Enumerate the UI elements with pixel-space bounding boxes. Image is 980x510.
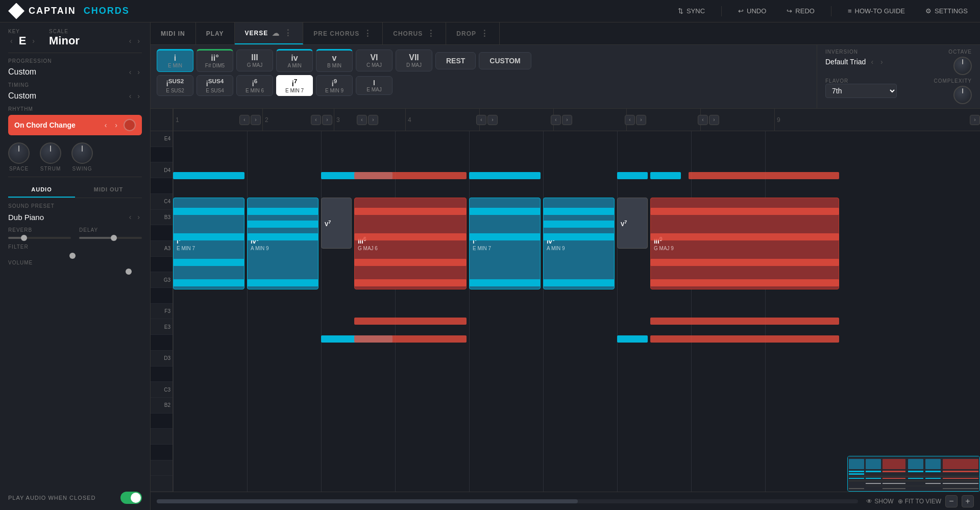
note-b7-b3[interactable] bbox=[650, 233, 839, 240]
note-b7-g3[interactable] bbox=[650, 259, 839, 266]
note-b1-d4[interactable] bbox=[173, 208, 244, 215]
play-audio-toggle[interactable] bbox=[120, 492, 142, 504]
rhythm-prev-button[interactable]: ‹ bbox=[103, 120, 109, 130]
nav-left-2[interactable]: ‹ bbox=[239, 115, 250, 125]
note-d4-1[interactable] bbox=[173, 172, 244, 179]
how-to-guide-button[interactable]: ≡ HOW-TO GUIDE bbox=[844, 5, 909, 17]
chord-btn-vi[interactable]: VI C MAJ bbox=[356, 50, 393, 71]
note-b3-b2[interactable] bbox=[354, 318, 467, 325]
nav-left-6[interactable]: ‹ bbox=[551, 115, 561, 125]
note-d4-7[interactable] bbox=[689, 172, 839, 179]
tab-play[interactable]: PLAY bbox=[196, 22, 235, 44]
scale-next-button[interactable]: › bbox=[135, 36, 142, 46]
note-b3-b3[interactable] bbox=[354, 233, 467, 240]
note-b2-d4[interactable] bbox=[247, 208, 318, 215]
tab-audio[interactable]: AUDIO bbox=[8, 182, 75, 198]
complexity-knob[interactable] bbox=[953, 86, 972, 104]
swing-knob[interactable] bbox=[71, 142, 93, 164]
nav-left-8[interactable]: ‹ bbox=[698, 115, 708, 125]
chorus-menu-button[interactable]: ⋮ bbox=[427, 29, 435, 38]
nav-right-5[interactable]: › bbox=[487, 115, 498, 125]
note-b1-g3[interactable] bbox=[173, 259, 244, 266]
note-d4-6b[interactable] bbox=[650, 172, 681, 179]
chord-btn-i[interactable]: i E MIN bbox=[157, 49, 193, 72]
key-next-button[interactable]: › bbox=[30, 36, 37, 46]
chord-btn-vii[interactable]: VII D MAJ bbox=[396, 50, 432, 71]
note-b5-b3[interactable] bbox=[469, 233, 541, 240]
note-b2-e3[interactable] bbox=[247, 279, 318, 286]
roll-right-arrow[interactable]: › bbox=[970, 115, 980, 125]
chord-btn-min7[interactable]: i7 E MIN 7 bbox=[276, 75, 313, 96]
tab-verse[interactable]: VERSE ☁ ⋮ bbox=[235, 22, 304, 44]
tab-chorus[interactable]: CHORUS ⋮ bbox=[383, 22, 446, 44]
note-d4-5[interactable] bbox=[469, 172, 541, 179]
tab-midi-in[interactable]: MIDI IN bbox=[151, 22, 196, 44]
settings-button[interactable]: ⚙ SETTINGS bbox=[921, 5, 972, 17]
preset-prev-button[interactable]: ‹ bbox=[127, 212, 134, 222]
chord-btn-sus4[interactable]: iSUS4 E SUS4 bbox=[197, 75, 233, 96]
verse-menu-button[interactable]: ⋮ bbox=[284, 28, 292, 38]
flavor-select[interactable]: 7th None 5th 9th 11th 13th bbox=[825, 84, 897, 98]
rhythm-next-button[interactable]: › bbox=[113, 120, 119, 130]
chord-btn-iii[interactable]: III G MAJ bbox=[236, 50, 273, 71]
horizontal-scrollbar[interactable] bbox=[157, 499, 858, 503]
nav-right-3[interactable]: › bbox=[322, 115, 332, 125]
tab-midi-out[interactable]: MIDI OUT bbox=[75, 182, 142, 198]
note-b6-d4[interactable] bbox=[543, 208, 615, 215]
progression-prev-button[interactable]: ‹ bbox=[127, 67, 134, 77]
chord-block-v7b[interactable]: V7 bbox=[617, 198, 648, 249]
custom-button[interactable]: CUSTOM bbox=[479, 52, 531, 69]
note-b2-b3[interactable] bbox=[247, 233, 318, 240]
nav-right-8[interactable]: › bbox=[709, 115, 719, 125]
chord-btn-min6[interactable]: i6 E MIN 6 bbox=[236, 75, 273, 96]
nav-left-4[interactable]: ‹ bbox=[357, 115, 367, 125]
chord-btn-min9[interactable]: i9 E MIN 9 bbox=[316, 75, 353, 96]
redo-button[interactable]: ↪ REDO bbox=[782, 5, 819, 17]
chord-btn-ii[interactable]: ii° F# DIM5 bbox=[197, 49, 233, 72]
note-b6-c4[interactable] bbox=[543, 221, 615, 228]
progression-next-button[interactable]: › bbox=[135, 67, 142, 77]
note-b5-d4[interactable] bbox=[469, 208, 541, 215]
drop-menu-button[interactable]: ⋮ bbox=[480, 29, 489, 38]
fit-to-view-button[interactable]: ⊕ FIT TO VIEW bbox=[898, 498, 941, 505]
note-d4-3[interactable] bbox=[354, 172, 467, 179]
zoom-out-button[interactable]: − bbox=[945, 495, 958, 507]
note-b7-b2[interactable] bbox=[650, 318, 839, 325]
scrollbar-thumb[interactable] bbox=[157, 499, 578, 503]
note-b2-3[interactable] bbox=[354, 335, 467, 343]
note-b6-b3[interactable] bbox=[543, 233, 615, 240]
timing-prev-button[interactable]: ‹ bbox=[127, 91, 134, 101]
rest-button[interactable]: REST bbox=[435, 52, 476, 69]
nav-left-3[interactable]: ‹ bbox=[311, 115, 321, 125]
tab-pre-chorus[interactable]: PRE CHORUS ⋮ bbox=[303, 22, 383, 44]
note-b5-e3[interactable] bbox=[469, 279, 541, 286]
note-b3-d4[interactable] bbox=[354, 208, 467, 215]
nav-right-6[interactable]: › bbox=[562, 115, 572, 125]
nav-right-7[interactable]: › bbox=[636, 115, 646, 125]
note-d4-6a[interactable] bbox=[617, 172, 648, 179]
note-b3-g3[interactable] bbox=[354, 259, 467, 266]
nav-right-4[interactable]: › bbox=[368, 115, 378, 125]
octave-knob[interactable] bbox=[953, 57, 972, 75]
show-button[interactable]: 👁 SHOW bbox=[866, 498, 893, 505]
preset-next-button[interactable]: › bbox=[135, 212, 142, 222]
chord-btn-iv[interactable]: iv A MIN bbox=[276, 49, 313, 72]
key-prev-button[interactable]: ‹ bbox=[8, 36, 15, 46]
chord-btn-v[interactable]: v B MIN bbox=[316, 49, 353, 72]
nav-right-2[interactable]: › bbox=[251, 115, 261, 125]
reverb-slider[interactable] bbox=[8, 237, 71, 239]
inversion-prev-button[interactable]: ‹ bbox=[869, 57, 875, 67]
rhythm-record-button[interactable] bbox=[124, 119, 136, 131]
strum-knob[interactable] bbox=[40, 142, 61, 164]
pre-chorus-menu-button[interactable]: ⋮ bbox=[363, 29, 372, 38]
scale-prev-button[interactable]: ‹ bbox=[127, 36, 134, 46]
note-b2-7[interactable] bbox=[650, 335, 839, 343]
chord-btn-sus2[interactable]: iSUS2 E SUS2 bbox=[157, 75, 193, 96]
note-b1-b3[interactable] bbox=[173, 233, 244, 240]
note-b2-5[interactable] bbox=[617, 335, 648, 343]
chord-block-v7[interactable]: V7 bbox=[321, 198, 352, 249]
undo-button[interactable]: ↩ UNDO bbox=[734, 5, 770, 17]
note-b1-e3[interactable] bbox=[173, 279, 244, 286]
note-b7-d4[interactable] bbox=[650, 208, 839, 215]
inversion-next-button[interactable]: › bbox=[878, 57, 885, 67]
